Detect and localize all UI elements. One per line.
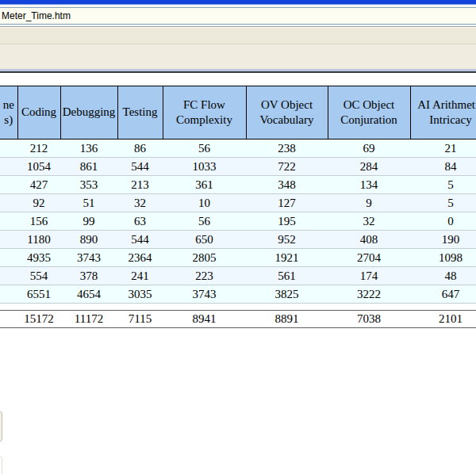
table-cell	[0, 176, 17, 194]
table-cell: 353	[60, 176, 117, 194]
column-header: Coding	[17, 86, 60, 140]
metrics-table: ne s)CodingDebuggingTestingFC Flow Compl…	[0, 86, 476, 328]
table-cell	[246, 304, 328, 311]
table-cell: 1180	[17, 231, 60, 249]
table-cell	[0, 231, 17, 249]
table-cell: 647	[410, 285, 476, 304]
spacer-row	[0, 304, 476, 311]
table-cell: 241	[117, 267, 163, 285]
table-cell: 8941	[163, 311, 246, 328]
table-cell: 544	[117, 158, 163, 176]
table-cell: 190	[410, 231, 476, 249]
table-cell	[0, 158, 17, 176]
column-header: ne s)	[0, 86, 17, 140]
table-cell: 861	[60, 158, 117, 176]
table-cell: 3825	[246, 285, 328, 304]
table-row: 4935374323642805192127041098	[0, 249, 476, 267]
table-cell: 51	[60, 194, 117, 212]
table-cell: 56	[163, 140, 246, 158]
table-cell	[163, 304, 246, 311]
offscreen-control-edge	[0, 411, 2, 442]
table-cell: 10	[163, 194, 246, 212]
table-cell: 544	[117, 231, 163, 249]
table-cell	[328, 304, 410, 311]
toolbar	[0, 27, 476, 44]
table-cell	[0, 140, 17, 158]
table-cell: 3222	[328, 285, 410, 304]
report-page: ne s)CodingDebuggingTestingFC Flow Compl…	[0, 73, 476, 474]
table-cell: 5	[410, 176, 476, 194]
table-cell: 1054	[17, 158, 60, 176]
table-row: 21213686562386921	[0, 140, 476, 158]
table-cell	[60, 304, 117, 311]
column-header: Testing	[117, 86, 163, 140]
table-cell: 56	[163, 212, 246, 231]
app-window: Meter_Time.htm er_... ne s)CodingDebuggi…	[0, 0, 476, 474]
table-cell: 7038	[328, 311, 410, 328]
table-cell: 284	[328, 158, 410, 176]
table-cell: 4935	[17, 249, 60, 267]
table-cell: 238	[246, 140, 328, 158]
table-cell: 212	[17, 140, 60, 158]
table-cell	[0, 285, 17, 304]
address-bar[interactable]: Meter_Time.htm	[0, 7, 476, 25]
table-row: 1180890544650952408190	[0, 231, 476, 249]
table-row: 1054861544103372228484	[0, 158, 476, 176]
column-header: AI Arithmetic Intricacy	[410, 86, 476, 140]
table-cell: 2805	[163, 249, 246, 267]
table-cell: 223	[163, 267, 246, 285]
table-cell: 136	[60, 140, 117, 158]
table-cell: 134	[328, 176, 410, 194]
table-cell: 174	[328, 267, 410, 285]
column-header: OV Object Vocabulary	[246, 86, 328, 140]
table-cell: 554	[17, 267, 60, 285]
table-row: 4273532133613481345	[0, 176, 476, 194]
table-cell: 2704	[328, 249, 410, 267]
table-cell: 952	[246, 231, 328, 249]
table-cell: 3035	[117, 285, 163, 304]
metrics-table-body: 2121368656238692110548615441033722284844…	[0, 140, 476, 328]
table-cell: 32	[328, 212, 410, 231]
totals-row: 151721117271158941889170382101	[0, 311, 476, 328]
table-cell: 156	[17, 212, 60, 231]
table-cell: 408	[328, 231, 410, 249]
table-cell: 3743	[60, 249, 117, 267]
table-cell: 3743	[163, 285, 246, 304]
table-cell: 1098	[410, 249, 476, 267]
table-cell: 1921	[246, 249, 328, 267]
table-cell: 2364	[117, 249, 163, 267]
table-cell: 361	[163, 176, 246, 194]
table-cell: 69	[328, 140, 410, 158]
table-row: 9251321012795	[0, 194, 476, 212]
table-cell	[17, 304, 60, 311]
column-header: FC Flow Complexity	[163, 86, 246, 140]
header-row: ne s)CodingDebuggingTestingFC Flow Compl…	[0, 86, 476, 140]
table-cell: 4654	[60, 285, 117, 304]
table-cell	[0, 267, 17, 285]
table-cell	[0, 194, 17, 212]
offscreen-groupbox-edge	[0, 456, 2, 474]
table-cell: 86	[117, 140, 163, 158]
table-cell: 63	[117, 212, 163, 231]
table-cell: 21	[410, 140, 476, 158]
table-cell: 92	[17, 194, 60, 212]
table-cell: 32	[117, 194, 163, 212]
column-header: OC Object Conjuration	[328, 86, 410, 140]
table-cell	[0, 304, 17, 311]
metrics-table-header: ne s)CodingDebuggingTestingFC Flow Compl…	[0, 86, 476, 140]
table-cell: 722	[246, 158, 328, 176]
table-cell: 195	[246, 212, 328, 231]
table-row: 655146543035374338253222647	[0, 285, 476, 304]
address-text: Meter_Time.htm	[2, 10, 71, 21]
table-cell: 11172	[60, 311, 117, 328]
table-row: 156996356195320	[0, 212, 476, 231]
table-cell: 5	[410, 194, 476, 212]
table-cell: 127	[246, 194, 328, 212]
table-cell: 561	[246, 267, 328, 285]
table-cell: 378	[60, 267, 117, 285]
table-cell	[0, 249, 17, 267]
table-cell: 2101	[410, 311, 476, 328]
table-cell: 8891	[246, 311, 328, 328]
table-cell: 890	[60, 231, 117, 249]
table-cell: 84	[410, 158, 476, 176]
